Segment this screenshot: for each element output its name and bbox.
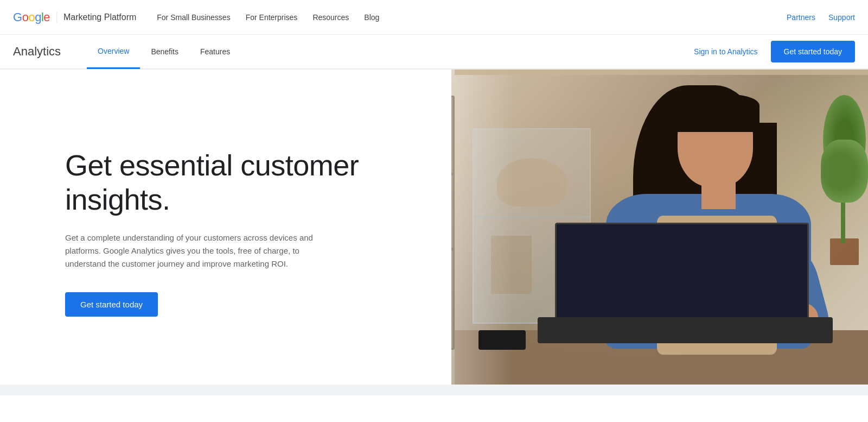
hero-body: Get a complete understanding of your cus… (65, 231, 326, 270)
nav-link-resources[interactable]: Resources (305, 0, 356, 35)
hero-content: Get essential customer insights. Get a c… (0, 70, 451, 395)
secondary-nav-right: Sign in to Analytics Get started today (685, 41, 855, 62)
google-wordmark: Google (13, 10, 50, 24)
nav-link-small-businesses[interactable]: For Small Businesses (149, 0, 238, 35)
plant-leaves-mid (821, 140, 868, 203)
product-name: Marketing Platform (63, 12, 136, 22)
get-started-header-button[interactable]: Get started today (771, 41, 855, 62)
google-logo-link[interactable]: Google Marketing Platform (13, 10, 136, 24)
neck (701, 178, 736, 209)
tab-features[interactable]: Features (189, 34, 241, 69)
hero-headline: Get essential customer insights. (65, 148, 419, 216)
plant-container-right (821, 86, 868, 265)
partners-link[interactable]: Partners (787, 13, 815, 22)
laptop-base (538, 317, 833, 343)
top-nav: Google Marketing Platform For Small Busi… (0, 0, 868, 35)
secondary-nav: Analytics Overview Benefits Features Sig… (0, 35, 868, 70)
support-link[interactable]: Support (828, 13, 855, 22)
bangs (664, 95, 760, 131)
bottom-section-peek (0, 385, 868, 395)
top-nav-links: For Small Businesses For Enterprises Res… (149, 0, 787, 35)
analytics-title: Analytics (13, 45, 61, 59)
phone (478, 330, 526, 350)
nav-link-blog[interactable]: Blog (356, 0, 387, 35)
tab-benefits[interactable]: Benefits (140, 34, 189, 69)
tab-overview[interactable]: Overview (87, 34, 140, 69)
hero-cta-button[interactable]: Get started today (65, 292, 158, 317)
sign-in-link[interactable]: Sign in to Analytics (685, 43, 767, 60)
nav-link-enterprises[interactable]: For Enterprises (238, 0, 305, 35)
top-nav-right: Partners Support (787, 13, 855, 22)
secondary-nav-tabs: Overview Benefits Features (87, 34, 685, 69)
logo-divider (56, 12, 57, 23)
hero-section: Get essential customer insights. Get a c… (0, 70, 868, 395)
laptop-screen (555, 223, 809, 320)
